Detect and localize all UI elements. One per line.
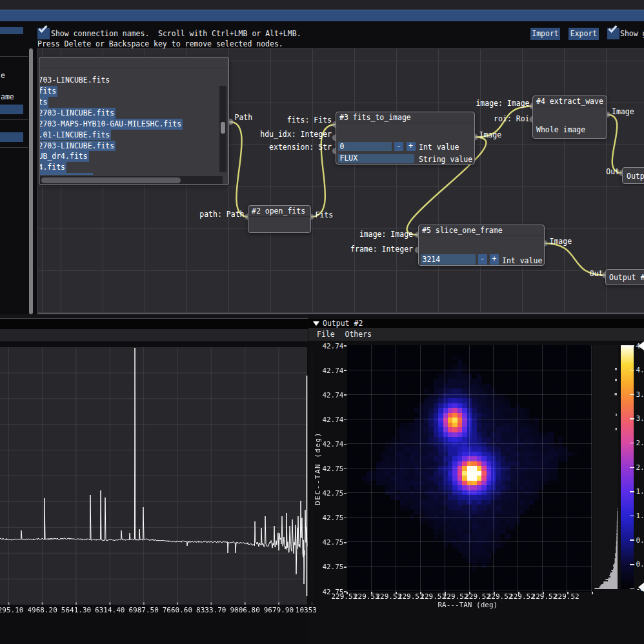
colorbar-tick-label: 3.	[636, 415, 644, 422]
socket-label-image-out5: Image	[550, 237, 572, 246]
spectrum-menu-bar	[0, 329, 308, 342]
menu-others[interactable]: Others	[345, 331, 372, 338]
socket-label-path-in: path: Path	[199, 210, 244, 219]
int-input-field[interactable]: 0	[338, 142, 392, 151]
socket-label-fits-in: fits: Fits	[287, 116, 332, 125]
sidebar-label-fragment: ame	[1, 93, 14, 101]
socket-label-image-in5: image: Image	[359, 230, 413, 239]
list-item-text: fits	[40, 86, 57, 97]
window-gap	[308, 314, 644, 319]
x-tick-label: 4968.20	[23, 607, 62, 614]
y-tick-label: 42.75	[322, 490, 343, 497]
show-grid-label: Show grid.	[620, 29, 644, 38]
x-tick-label: 8333.70	[192, 607, 230, 614]
list-item[interactable]: 2703-LINCUBE.fits	[40, 141, 219, 152]
y-tick-mark	[344, 394, 347, 396]
colorbar-tick-label: -0	[636, 585, 644, 592]
socket-label-extension: extension: Str	[269, 143, 332, 152]
socket-label-out1: Out	[606, 168, 619, 176]
node-wire[interactable]	[607, 115, 623, 174]
node-file-list[interactable]: 703-LINCUBE.fits fitsts2703-LINCUBE.fits…	[39, 57, 229, 185]
int-decrement-button[interactable]: -	[478, 254, 487, 265]
list-hscrollbar-thumb[interactable]	[41, 177, 181, 183]
import-button[interactable]: Import	[530, 28, 560, 40]
socket-label-image-in4: image: Image	[476, 99, 529, 108]
y-tick-mark	[344, 468, 347, 470]
node-title: #4 extract_wave	[533, 96, 607, 107]
y-tick-label: 42.75	[322, 539, 343, 546]
y-tick-label: 42.75	[322, 563, 343, 570]
y-tick-label: 42.74	[322, 441, 343, 448]
list-item[interactable]: ts	[40, 97, 219, 108]
int-increment-button[interactable]: +	[407, 142, 416, 151]
node-output-1[interactable]: Output #1	[622, 167, 644, 185]
y-tick-mark	[344, 493, 347, 494]
viewer-title-bar[interactable]: Output #2	[308, 319, 644, 328]
roi-option-label[interactable]: Whole image	[536, 125, 585, 134]
list-item-text: UB_dr4.fits	[40, 151, 89, 162]
sidebar-label-fragment: e	[1, 72, 5, 80]
node-wire[interactable]	[230, 122, 248, 217]
colorbar-tick-mark	[630, 394, 634, 396]
astronomy-image[interactable]	[347, 345, 592, 592]
sidebar-button[interactable]	[0, 105, 23, 114]
colorbar-tick-mark	[630, 370, 634, 371]
int-decrement-button[interactable]: -	[394, 142, 403, 151]
window-title-bar	[0, 10, 644, 21]
socket-label-roi: roi: Roi	[494, 115, 529, 123]
socket-label-image-out4: Image	[612, 108, 634, 116]
node-slice-one-frame[interactable]: #5 slice_one_frame 3214 - + Int value	[418, 225, 545, 266]
colorbar-tick-label: 4.	[636, 343, 644, 350]
list-item-text: 2703-MAPS-HYB10-GAU-MILESHC.fits	[40, 119, 183, 130]
sidebar-button[interactable]	[0, 27, 23, 34]
sidebar-separator	[0, 56, 28, 57]
sidebar-button[interactable]	[0, 132, 23, 142]
x-tick-label: 6314.40	[90, 607, 129, 614]
node-title	[39, 57, 228, 68]
delete-hint-label: Press Delete or Backspace key to remove …	[37, 39, 283, 48]
node-output-2[interactable]: Output #2	[605, 269, 644, 285]
list-item[interactable]: fits	[40, 86, 219, 97]
socket-label-path-out: Path	[235, 114, 253, 122]
sidebar-separator	[0, 147, 28, 148]
spectrum-plot[interactable]	[0, 347, 312, 605]
colorbar-tick-label: 3.	[636, 391, 644, 398]
colorbar-tick-label: 2.	[636, 464, 644, 471]
spectrum-title-bar[interactable]	[0, 319, 308, 329]
spectrum-viewer-window: 4295.104968.205641.306314.406987.507660.…	[0, 314, 316, 644]
int-input-field[interactable]: 3214	[421, 254, 476, 265]
x-tick-label: 229.52	[554, 593, 579, 600]
list-item-text: 2703-LINCUBE.fits	[40, 108, 116, 119]
node-title: #3 fits_to_image	[336, 112, 474, 123]
colorbar-tick-label: 0.	[636, 561, 644, 568]
socket-label-fits-out: Fits	[316, 211, 334, 219]
int-increment-button[interactable]: +	[490, 254, 499, 265]
colorbar-tick-label: 1.	[636, 488, 644, 495]
y-tick-label: 42.74	[322, 367, 343, 374]
list-item[interactable]: 4.fits	[40, 162, 219, 173]
node-extract-wave[interactable]: #4 extract_wave Whole image	[532, 96, 607, 139]
x-tick-mark	[396, 592, 397, 595]
scroll-hint-label: Scroll with Ctrl+LMB or Alt+LMB.	[158, 29, 301, 38]
menu-file[interactable]: File	[317, 331, 335, 338]
list-item-text: .01-LINCUBE.fits	[40, 130, 111, 141]
colorbar-tick-label: 4.	[636, 367, 644, 374]
panel-scrollbar[interactable]	[29, 48, 33, 314]
viewer-title-text: Output #2	[323, 319, 363, 328]
intensity-histogram	[593, 345, 618, 589]
list-item[interactable]: 2703-MAPS-HYB10-GAU-MILESHC.fits	[40, 119, 219, 130]
string-input-field[interactable]: FLUX	[338, 154, 414, 163]
list-vscrollbar-thumb[interactable]	[221, 122, 225, 134]
top-menu-bar	[0, 0, 644, 10]
list-item[interactable]: UB_dr4.fits	[40, 151, 219, 162]
list-item[interactable]: 2703-LINCUBE.fits	[40, 108, 219, 119]
node-fits-to-image[interactable]: #3 fits_to_image 0 - + Int value FLUX St…	[336, 112, 475, 165]
node-open-fits[interactable]: #2 open_fits	[248, 205, 311, 233]
list-item-text: 2703-LINCUBE.fits	[40, 141, 116, 152]
x-tick-label: 10353.00	[293, 607, 316, 614]
list-item[interactable]: .01-LINCUBE.fits	[40, 130, 219, 141]
int-widget-label: Int value	[502, 256, 542, 265]
export-button[interactable]: Export	[569, 28, 599, 40]
y-tick-label: 42.75	[322, 465, 343, 472]
list-item-text: 4.fits	[40, 162, 66, 173]
